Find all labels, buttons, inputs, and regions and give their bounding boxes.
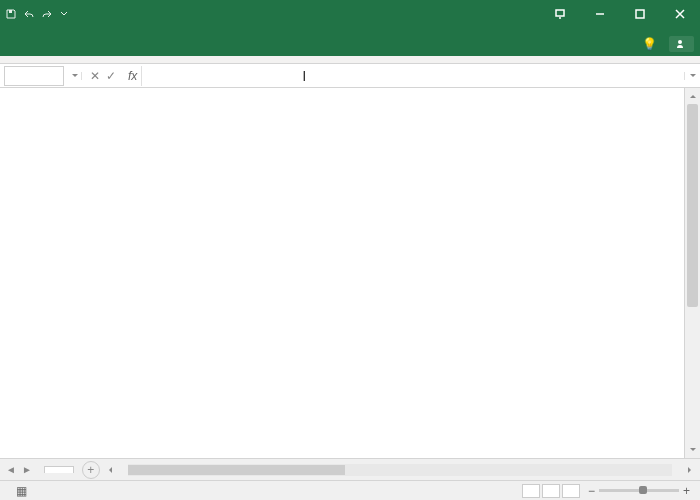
redo-icon[interactable] — [42, 9, 52, 19]
svg-rect-1 — [556, 10, 564, 16]
tab-view[interactable] — [160, 46, 180, 56]
tab-formulas[interactable] — [94, 46, 114, 56]
fx-icon[interactable]: fx — [124, 69, 141, 83]
maximize-button[interactable] — [620, 0, 660, 28]
sheet-tab[interactable] — [44, 466, 74, 473]
sheet-nav-prev[interactable]: ◄ — [4, 462, 18, 477]
grid-area — [0, 88, 700, 458]
scroll-left-icon — [106, 466, 114, 474]
tab-file[interactable] — [6, 46, 26, 56]
view-layout-button[interactable] — [542, 484, 560, 498]
name-box[interactable] — [4, 66, 64, 86]
hscroll-thumb[interactable] — [128, 465, 346, 475]
status-bar: ▦ − + — [0, 480, 700, 500]
macro-icon[interactable]: ▦ — [16, 484, 27, 498]
svg-point-3 — [678, 40, 682, 44]
share-button[interactable] — [669, 36, 694, 52]
tab-layout[interactable] — [72, 46, 92, 56]
horizontal-scrollbar[interactable] — [106, 464, 694, 476]
name-box-dropdown[interactable] — [68, 72, 82, 80]
tell-me[interactable]: 💡 — [642, 37, 657, 51]
vscroll-thumb[interactable] — [687, 104, 698, 307]
tab-home[interactable] — [28, 46, 48, 56]
svg-rect-0 — [9, 10, 12, 13]
minimize-button[interactable] — [580, 0, 620, 28]
qat-dropdown-icon[interactable] — [60, 10, 68, 18]
sheet-tab-bar: ◄ ► + — [0, 458, 700, 480]
tab-developer[interactable] — [182, 46, 202, 56]
cancel-formula-button[interactable]: ✕ — [90, 69, 100, 83]
formula-bar-row: ✕ ✓ fx I — [0, 64, 700, 88]
text-cursor-icon: I — [302, 67, 306, 84]
zoom-control[interactable]: − + — [588, 484, 694, 498]
tab-insert[interactable] — [50, 46, 70, 56]
sheet-nav-next[interactable]: ► — [20, 462, 34, 477]
scroll-right-icon — [686, 466, 694, 474]
add-sheet-button[interactable]: + — [82, 461, 100, 479]
ribbon-options-button[interactable] — [540, 0, 580, 28]
view-break-button[interactable] — [562, 484, 580, 498]
ribbon-tabs: 💡 — [0, 28, 700, 56]
vertical-scrollbar[interactable] — [684, 88, 700, 458]
title-bar — [0, 0, 700, 28]
tab-data[interactable] — [116, 46, 136, 56]
zoom-in-button[interactable]: + — [683, 484, 690, 498]
formula-bar[interactable]: I — [141, 66, 684, 86]
tab-review[interactable] — [138, 46, 158, 56]
view-normal-button[interactable] — [522, 484, 540, 498]
formula-bar-expand[interactable] — [684, 72, 700, 80]
save-icon[interactable] — [6, 9, 16, 19]
scroll-down-icon — [685, 442, 700, 458]
undo-icon[interactable] — [24, 9, 34, 19]
enter-formula-button[interactable]: ✓ — [106, 69, 116, 83]
scroll-up-icon — [685, 88, 700, 104]
svg-rect-2 — [636, 10, 644, 18]
zoom-slider[interactable] — [599, 489, 679, 492]
collapsed-ribbon — [0, 56, 700, 64]
close-button[interactable] — [660, 0, 700, 28]
zoom-out-button[interactable]: − — [588, 484, 595, 498]
